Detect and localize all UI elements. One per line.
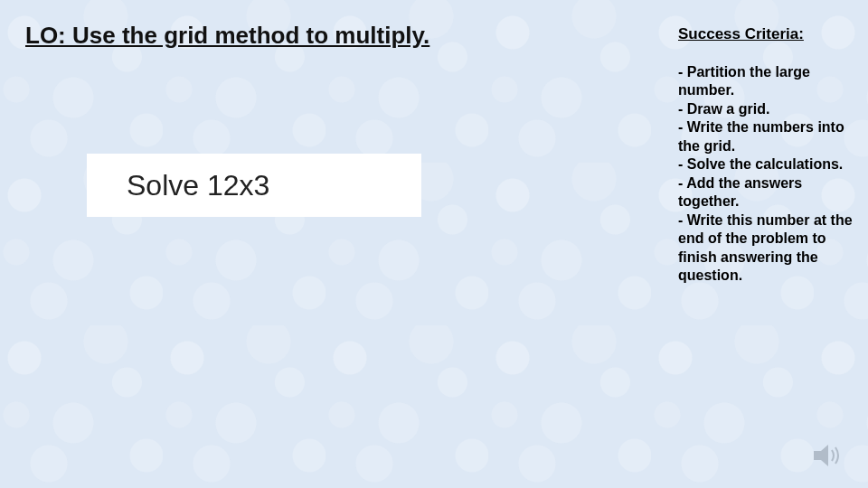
problem-text: Solve 12x3: [127, 169, 269, 202]
criteria-item: - Partition the large number.: [678, 63, 854, 100]
problem-box: Solve 12x3: [87, 154, 421, 217]
speaker-icon: [814, 443, 844, 468]
success-criteria-area: Success Criteria: - Partition the large …: [678, 25, 854, 286]
success-criteria-heading: Success Criteria:: [678, 25, 854, 43]
slide: LO: Use the grid method to multiply. Sol…: [0, 0, 868, 488]
criteria-item: - Draw a grid.: [678, 100, 854, 118]
criteria-item: - Add the answers together.: [678, 174, 854, 211]
criteria-item: - Write the numbers into the grid.: [678, 118, 854, 155]
criteria-item: - Solve the calculations.: [678, 155, 854, 174]
learning-objective-title: LO: Use the grid method to multiply.: [25, 22, 429, 50]
svg-marker-0: [814, 445, 828, 466]
criteria-item: - Write this number at the end of the pr…: [678, 211, 854, 286]
